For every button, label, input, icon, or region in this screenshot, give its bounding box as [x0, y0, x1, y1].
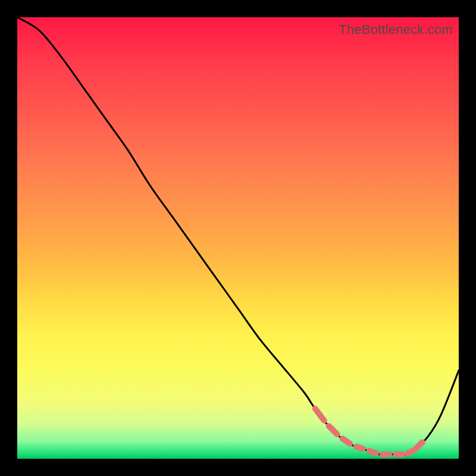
highlight-dash	[420, 442, 422, 444]
highlight-dash	[343, 439, 350, 443]
highlight-dash	[329, 426, 337, 434]
chart-frame: TheBottleneck.com	[0, 0, 476, 476]
highlight-dash	[408, 451, 412, 453]
highlight-dash	[315, 409, 324, 421]
highlight-dash	[369, 451, 376, 453]
curve-svg	[17, 17, 459, 459]
bottleneck-curve	[17, 17, 459, 455]
highlight-dash	[416, 447, 418, 449]
highlight-dash	[356, 447, 363, 449]
plot-area: TheBottleneck.com	[17, 17, 459, 459]
watermark-text: TheBottleneck.com	[339, 22, 453, 37]
